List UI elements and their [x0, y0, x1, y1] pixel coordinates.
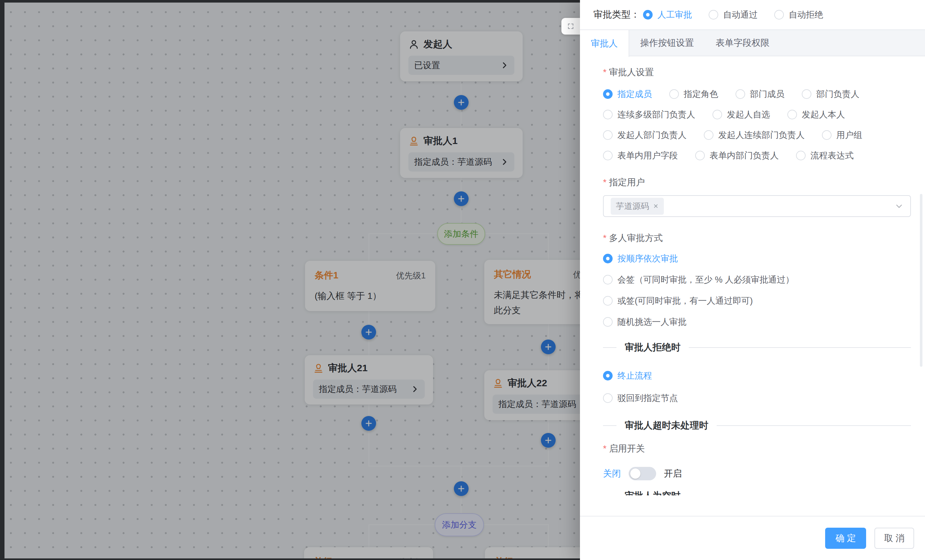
drawer-tabs: 审批人 操作按钮设置 表单字段权限	[580, 29, 925, 56]
approver-setting-row1: 指定成员 指定角色 部门成员 部门负责人	[603, 88, 911, 100]
radio-icon	[695, 151, 705, 160]
radio-icon	[774, 10, 784, 20]
radio-label: 流程表达式	[811, 150, 854, 161]
assign-user-label: 指定用户	[603, 176, 911, 188]
radio-label: 发起人连续部门负责人	[718, 129, 804, 141]
user-tag: 芋道源码	[611, 198, 664, 215]
drawer-scrollbar[interactable]	[920, 194, 922, 367]
assign-user-select[interactable]: 芋道源码	[603, 195, 911, 217]
radio-label: 连续多级部门负责人	[618, 109, 695, 120]
radio-initiator-multi-dept-leader[interactable]: 发起人连续部门负责人	[704, 129, 804, 141]
radio-label: 部门成员	[750, 88, 785, 100]
radio-icon	[822, 130, 832, 140]
radio-icon	[669, 89, 679, 99]
radio-assign-role[interactable]: 指定角色	[669, 88, 718, 100]
radio-label: 按顺序依次审批	[618, 253, 678, 264]
radio-multi-level-dept-leader[interactable]: 连续多级部门负责人	[603, 109, 695, 120]
canvas-dim-overlay	[0, 0, 580, 560]
confirm-button[interactable]: 确 定	[825, 528, 866, 549]
radio-label: 部门负责人	[816, 88, 859, 100]
radio-label: 指定角色	[684, 88, 718, 100]
approver-setting-row3: 发起人部门负责人 发起人连续部门负责人 用户组	[603, 129, 911, 141]
radio-icon	[603, 151, 613, 160]
radio-user-group[interactable]: 用户组	[822, 129, 862, 141]
radio-initiator-dept-leader[interactable]: 发起人部门负责人	[603, 129, 687, 141]
radio-label: 用户组	[836, 129, 862, 141]
radio-label: 表单内部门负责人	[710, 150, 779, 161]
radio-icon	[796, 151, 806, 160]
radio-icon	[603, 393, 613, 403]
enable-toggle[interactable]	[628, 467, 656, 480]
radio-auto-reject[interactable]: 自动拒绝	[774, 9, 823, 21]
radio-form-dept-leader[interactable]: 表单内部门负责人	[695, 150, 779, 161]
radio-process-expression[interactable]: 流程表达式	[796, 150, 854, 161]
radio-icon	[713, 110, 722, 119]
fit-screen-icon	[567, 23, 574, 30]
radio-icon	[603, 254, 613, 263]
switch-on-label: 开启	[664, 468, 682, 480]
radio-label: 终止流程	[618, 370, 652, 381]
cancel-button[interactable]: 取 消	[874, 528, 914, 549]
radio-countersign[interactable]: 会签（可同时审批，至少 % 人必须审批通过）	[603, 274, 794, 285]
radio-label: 人工审批	[657, 9, 692, 21]
radio-sequential-approve[interactable]: 按顺序依次审批	[603, 253, 678, 264]
radio-icon	[603, 371, 613, 381]
approver-setting-row2: 连续多级部门负责人 发起人自选 发起人本人	[603, 109, 911, 120]
multi-mode-option-row: 或签(可同时审批，有一人通过即可)	[603, 295, 911, 307]
drawer-footer: 确 定 取 消	[580, 516, 925, 560]
radio-dept-leader[interactable]: 部门负责人	[802, 88, 859, 100]
radio-initiator-self[interactable]: 发起人本人	[787, 109, 845, 120]
radio-form-user-field[interactable]: 表单内用户字段	[603, 150, 678, 161]
multi-mode-option-row: 会签（可同时审批，至少 % 人必须审批通过）	[603, 274, 911, 285]
radio-return-to-node[interactable]: 驳回到指定节点	[603, 392, 678, 404]
section-title: 审批人为空时	[616, 489, 689, 495]
radio-label: 发起人自选	[727, 109, 770, 120]
radio-icon	[603, 317, 613, 327]
radio-icon	[709, 10, 718, 20]
tag-remove-icon[interactable]	[653, 203, 659, 209]
radio-manual-approve[interactable]: 人工审批	[643, 9, 692, 21]
radio-label: 表单内用户字段	[618, 150, 678, 161]
tab-action-buttons[interactable]: 操作按钮设置	[629, 30, 705, 56]
enable-switch-label: 启用开关	[603, 443, 911, 455]
radio-assign-member[interactable]: 指定成员	[603, 88, 652, 100]
approver-setting-row4: 表单内用户字段 表单内部门负责人 流程表达式	[603, 150, 911, 161]
drawer-header: 审批类型： 人工审批 自动通过 自动拒绝	[580, 0, 925, 29]
empty-section-divider: 审批人为空时	[603, 489, 911, 495]
reject-section-divider: 审批人拒绝时	[603, 341, 911, 354]
radio-dept-member[interactable]: 部门成员	[735, 88, 785, 100]
radio-label: 会签（可同时审批，至少 % 人必须审批通过）	[618, 274, 794, 285]
multi-mode-option-row: 按顺序依次审批	[603, 253, 911, 264]
radio-orsign[interactable]: 或签(可同时审批，有一人通过即可)	[603, 295, 753, 307]
radio-initiator-choose[interactable]: 发起人自选	[713, 109, 770, 120]
radio-label: 发起人部门负责人	[618, 129, 687, 141]
radio-label: 自动拒绝	[789, 9, 823, 21]
timeout-switch-row: 关闭 开启	[603, 467, 911, 480]
radio-label: 随机挑选一人审批	[618, 316, 687, 328]
radio-random-one[interactable]: 随机挑选一人审批	[603, 316, 687, 328]
radio-label: 驳回到指定节点	[618, 392, 678, 404]
radio-terminate-process[interactable]: 终止流程	[603, 370, 652, 381]
approve-type-label: 审批类型：	[594, 8, 640, 21]
radio-icon	[603, 296, 613, 306]
radio-icon	[787, 110, 797, 119]
tab-approver[interactable]: 审批人	[580, 30, 629, 57]
radio-icon	[603, 89, 613, 99]
radio-label: 发起人本人	[802, 109, 845, 120]
radio-icon	[802, 89, 811, 99]
radio-icon	[603, 275, 613, 285]
radio-icon	[603, 110, 613, 119]
radio-auto-pass[interactable]: 自动通过	[709, 9, 758, 21]
reject-option-row: 驳回到指定节点	[603, 392, 911, 404]
drawer-body: 审批人设置 指定成员 指定角色 部门成员 部门负责人	[580, 56, 925, 495]
tab-form-field-permission[interactable]: 表单字段权限	[705, 30, 780, 56]
approver-setting-label: 审批人设置	[603, 66, 911, 78]
radio-label: 指定成员	[618, 88, 652, 100]
approve-type-radio-group: 人工审批 自动通过 自动拒绝	[643, 9, 823, 21]
radio-icon	[643, 10, 652, 20]
multi-approve-mode-label: 多人审批方式	[603, 232, 911, 244]
section-title: 审批人拒绝时	[616, 341, 689, 354]
radio-label: 或签(可同时审批，有一人通过即可)	[618, 295, 753, 307]
chevron-down-icon	[895, 202, 903, 210]
canvas-zoom-toolbar[interactable]	[561, 18, 580, 35]
